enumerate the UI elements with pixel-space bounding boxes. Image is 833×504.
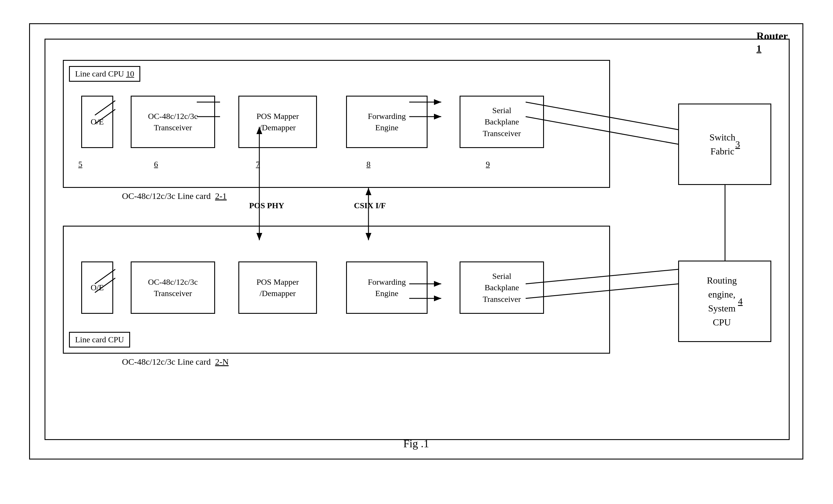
diagram-container: Router 1 Line card CPU 10 OC-48c/12c/3c … (29, 23, 803, 459)
top-pos-mapper-number: 7 (256, 160, 260, 169)
csix-label: CSIX I/F (354, 201, 386, 210)
top-oe-number: 5 (78, 160, 82, 169)
bottom-fwd-engine-box: ForwardingEngine (346, 261, 428, 314)
fig-label: Fig .1 (403, 437, 429, 450)
top-pos-mapper-box: POS Mapper/Demapper (238, 96, 317, 148)
routing-engine-box: Routingengine,SystemCPU 4 (678, 260, 771, 342)
top-fwd-engine-number: 8 (366, 160, 371, 169)
bottom-cpu-box: Line card CPU (69, 332, 130, 348)
bottom-linecard-label: OC-48c/12c/3c Line card 2-N (122, 357, 229, 367)
bottom-serial-bp-box: SerialBackplaneTransceiver (459, 261, 544, 314)
bottom-pos-mapper-box: POS Mapper/Demapper (238, 261, 317, 314)
bottom-transceiver-box: OC-48c/12c/3cTransceiver (131, 261, 215, 314)
top-serial-bp-number: 9 (486, 160, 490, 169)
top-transceiver-number: 6 (154, 160, 158, 169)
top-cpu-box: Line card CPU 10 (69, 66, 140, 82)
top-fwd-engine-box: ForwardingEngine (346, 96, 428, 148)
bottom-linecard-box: Line card CPU OC-48c/12c/3c Line card 2-… (63, 226, 610, 354)
switch-fabric-box: SwitchFabric 3 (678, 103, 771, 185)
bottom-oe-box: O/E (81, 261, 113, 314)
top-oe-box: O/E (81, 96, 113, 148)
top-transceiver-box: OC-48c/12c/3cTransceiver (131, 96, 215, 148)
top-serial-bp-box: SerialBackplaneTransceiver (459, 96, 544, 148)
top-linecard-box: Line card CPU 10 OC-48c/12c/3c Line card… (63, 60, 610, 188)
top-linecard-label: OC-48c/12c/3c Line card 2-1 (122, 191, 227, 201)
pos-phy-label: POS PHY (249, 201, 284, 210)
page: Router 1 Line card CPU 10 OC-48c/12c/3c … (0, 0, 833, 504)
router-box: Line card CPU 10 OC-48c/12c/3c Line card… (45, 39, 790, 440)
svg-marker-17 (365, 188, 372, 195)
